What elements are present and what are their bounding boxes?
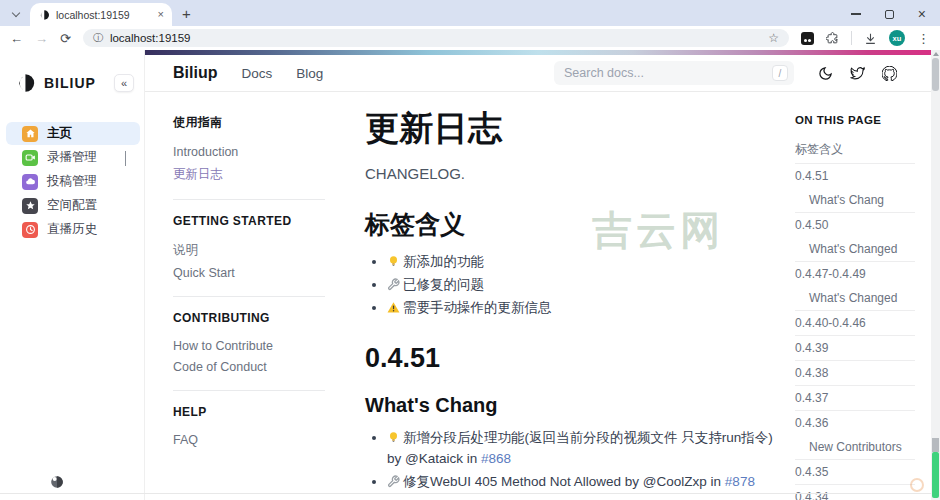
toc-item[interactable]: 0.4.36: [795, 410, 915, 435]
toc-item[interactable]: 0.4.34: [795, 484, 915, 500]
cloud-upload-icon: [22, 174, 38, 190]
docs-nav-item-changelog[interactable]: 更新日志: [173, 162, 325, 186]
window-close-button[interactable]: ×: [918, 7, 926, 21]
window-maximize-button[interactable]: [885, 10, 894, 19]
sidebar-item-home[interactable]: 主页: [6, 122, 140, 145]
toc-item[interactable]: 0.4.51: [795, 163, 915, 188]
sidebar-item-label: 直播历史: [47, 221, 97, 238]
pr-link[interactable]: #868: [481, 451, 511, 466]
toc-item[interactable]: 0.4.39: [795, 335, 915, 360]
search-input-wrapper: /: [554, 61, 794, 85]
site-info-icon[interactable]: ⓘ: [93, 31, 103, 45]
extension-icon[interactable]: [801, 32, 814, 45]
toc-item[interactable]: What's Chang: [795, 188, 915, 212]
bulb-icon: [387, 431, 400, 444]
new-tab-button[interactable]: +: [182, 6, 191, 21]
twitter-icon[interactable]: [850, 66, 865, 81]
address-bar[interactable]: ⓘ localhost:19159 ☆: [83, 29, 789, 47]
reload-button[interactable]: ⟳: [60, 32, 71, 45]
docs-body: 使用指南 Introduction 更新日志 GETTING STARTED 说…: [145, 92, 931, 500]
warning-icon: [387, 301, 400, 314]
pr-link[interactable]: #878: [725, 474, 755, 489]
app-sidebar: BILIUP « 主页 录播管理 投稿管理: [0, 50, 145, 500]
toc-item[interactable]: 0.4.37: [795, 385, 915, 410]
docs-nav-section: 使用指南 Introduction 更新日志: [173, 114, 325, 200]
list-item: 新添加的功能: [387, 252, 783, 273]
docs-nav-section-title: HELP: [173, 405, 325, 419]
toc-item[interactable]: What's Changed: [795, 237, 915, 261]
docs-header: Biliup Docs Blog /: [145, 55, 931, 92]
sidebar-item-label: 空间配置: [47, 197, 97, 214]
faint-watermark-icon: [910, 478, 924, 492]
whats-changed-heading: What's Chang: [365, 394, 783, 417]
extensions-puzzle-icon[interactable]: [826, 32, 839, 45]
toc-item[interactable]: What's Changed: [795, 286, 915, 310]
docs-nav-item-introduction[interactable]: Introduction: [173, 141, 325, 162]
bottom-divider: [0, 493, 931, 494]
sidebar-collapse-button[interactable]: «: [114, 74, 134, 92]
history-icon: [22, 222, 38, 238]
changes-list: 新增分段后处理功能(返回当前分段的视频文件 只支持run指令) by @Kata…: [365, 428, 783, 493]
chevron-down-icon[interactable]: [125, 151, 126, 165]
tab-close-icon[interactable]: ×: [158, 9, 164, 20]
toc-item[interactable]: 标签含义: [795, 136, 915, 163]
downloads-icon[interactable]: [864, 32, 877, 45]
back-button[interactable]: ←: [10, 32, 23, 45]
sidebar-item-space-config[interactable]: 空间配置: [6, 194, 140, 217]
docs-nav-item-code-of-conduct[interactable]: Code of Conduct: [173, 356, 325, 377]
favicon-biliup-icon: [38, 9, 50, 21]
toc-title: ON THIS PAGE: [795, 114, 915, 126]
home-icon: [22, 126, 38, 142]
sidebar-item-recordings[interactable]: 录播管理: [6, 146, 140, 169]
sidebar-item-live-history[interactable]: 直播历史: [6, 218, 140, 241]
app-menu: 主页 录播管理 投稿管理 空间配置: [0, 122, 144, 241]
scroll-indicator-green: [932, 452, 939, 498]
window-minimize-button[interactable]: [851, 13, 861, 15]
sidebar-item-label: 投稿管理: [47, 173, 97, 190]
theme-toggle-icon[interactable]: [50, 475, 64, 489]
browser-window: localhost:19159 × + × ← → ⟳ ⓘ localhost:…: [0, 0, 940, 500]
docs-brand[interactable]: Biliup: [173, 64, 217, 82]
github-icon[interactable]: [882, 66, 897, 81]
toc-list: 标签含义 0.4.51 What's Chang 0.4.50 What's C…: [795, 136, 915, 500]
docs-nav-item-faq[interactable]: FAQ: [173, 429, 325, 450]
docs-nav-section-title: 使用指南: [173, 114, 325, 131]
scrollbar-segment: [932, 438, 939, 452]
browser-toolbar: ← → ⟳ ⓘ localhost:19159 ☆ xu ⋮: [0, 26, 940, 50]
docs-nav-item-shuoming[interactable]: 说明: [173, 238, 325, 262]
toc-item[interactable]: 0.4.50: [795, 212, 915, 237]
bookmark-star-icon[interactable]: ☆: [768, 31, 779, 45]
tab-title: localhost:19159: [56, 9, 152, 21]
section-heading-tags: 标签含义: [365, 208, 783, 241]
wrench-icon: [387, 475, 400, 488]
toc-item[interactable]: 0.4.35: [795, 459, 915, 484]
nav-docs[interactable]: Docs: [241, 66, 272, 81]
browser-menu-icon[interactable]: ⋮: [917, 31, 930, 46]
browser-tab[interactable]: localhost:19159 ×: [30, 3, 172, 26]
star-icon: [22, 198, 38, 214]
list-item: 新增分段后处理功能(返回当前分段的视频文件 只支持run指令) by @Kata…: [387, 428, 783, 470]
docs-nav-item-quick-start[interactable]: Quick Start: [173, 262, 325, 283]
toc-item[interactable]: New Contributors: [795, 435, 915, 459]
docs-nav-item-how-to-contribute[interactable]: How to Contribute: [173, 335, 325, 356]
toc-item[interactable]: 0.4.38: [795, 360, 915, 385]
list-item: 已修复的问题: [387, 275, 783, 296]
scrollbar-up-arrow-icon[interactable]: [933, 52, 939, 56]
forward-button[interactable]: →: [35, 32, 48, 45]
sidebar-item-label: 主页: [47, 125, 72, 142]
page-intro: CHANGELOG.: [365, 165, 783, 182]
toc-item[interactable]: 0.4.47-0.4.49: [795, 261, 915, 286]
sidebar-item-uploads[interactable]: 投稿管理: [6, 170, 140, 193]
wrench-icon: [387, 278, 400, 291]
toolbar-divider: [851, 31, 852, 45]
toc-item[interactable]: 0.4.40-0.4.46: [795, 310, 915, 335]
search-input[interactable]: [564, 66, 772, 80]
biliup-logo-icon: [14, 72, 36, 94]
profile-avatar[interactable]: xu: [889, 30, 905, 46]
tab-search-icon[interactable]: [8, 6, 24, 22]
dark-mode-moon-icon[interactable]: [818, 66, 833, 81]
list-item: 修复WebUI 405 Method Not Allowed by @CoolZ…: [387, 472, 783, 493]
scrollbar-thumb[interactable]: [932, 58, 939, 91]
nav-blog[interactable]: Blog: [296, 66, 323, 81]
page-scrollbar[interactable]: [931, 50, 940, 500]
